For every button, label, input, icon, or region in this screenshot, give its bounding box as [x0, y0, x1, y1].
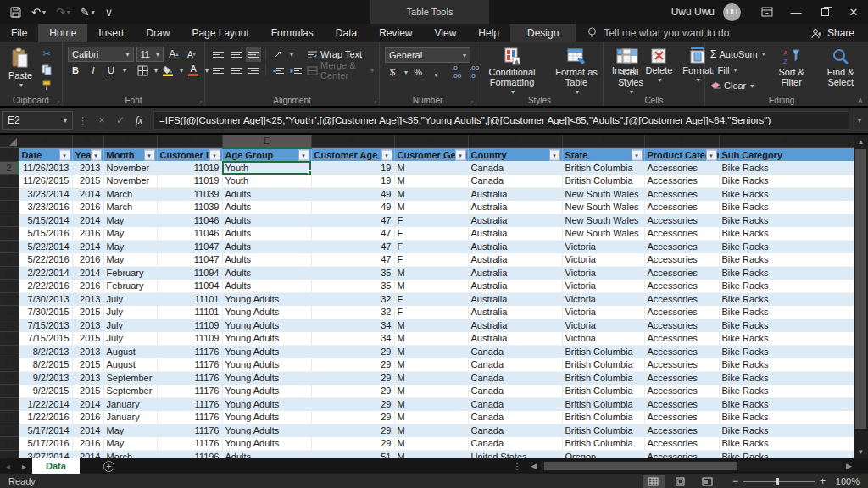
cell[interactable]: 5/15/2016	[19, 227, 72, 241]
selected-cell-e2[interactable]: Youth	[222, 161, 311, 175]
cell[interactable]: Canada	[468, 411, 562, 424]
cell[interactable]: 47	[311, 240, 394, 253]
fill-handle[interactable]	[308, 170, 312, 175]
cell[interactable]: Accessories	[644, 437, 719, 451]
tab-data[interactable]: Data	[325, 24, 368, 42]
column-header-h[interactable]: H	[468, 135, 562, 148]
scroll-down-icon[interactable]: ▼	[854, 445, 868, 458]
format-as-table-button[interactable]: Format as Table ▾	[544, 46, 609, 94]
cell[interactable]: 19	[311, 161, 394, 175]
cell[interactable]: Victoria	[562, 280, 644, 293]
cell[interactable]: 29	[311, 437, 394, 451]
cell[interactable]: M	[394, 411, 468, 424]
expand-formula-bar-icon[interactable]: ▾	[851, 116, 868, 125]
cell[interactable]: Accessories	[644, 253, 719, 267]
cell[interactable]: 51	[311, 450, 394, 458]
filter-dropdown-icon[interactable]: ▾	[59, 149, 70, 160]
decrease-indent-icon[interactable]: ◂	[270, 63, 286, 78]
clipboard-dialog-launcher-icon[interactable]: ⌟	[56, 97, 59, 104]
cell[interactable]: Bike Racks	[719, 319, 854, 332]
scroll-left-icon[interactable]: ◀	[526, 462, 541, 470]
cell[interactable]: 1/22/2014	[19, 397, 72, 411]
cell[interactable]: September	[103, 371, 157, 385]
cell[interactable]: 5/17/2014	[19, 424, 72, 437]
column-header-k[interactable]: K	[719, 135, 854, 148]
scrollbar-resize-handle[interactable]: ⋮	[508, 462, 526, 471]
cell[interactable]: Accessories	[644, 358, 719, 372]
cell[interactable]: Bike Racks	[719, 187, 854, 201]
cell[interactable]: 2014	[72, 424, 103, 437]
tab-file[interactable]: File	[0, 24, 38, 42]
cell[interactable]: Bike Racks	[719, 253, 854, 267]
tell-me-box[interactable]: Tell me what you want to do	[576, 24, 729, 42]
fill-button[interactable]: ↓ Fill ▾	[710, 64, 765, 77]
cell[interactable]: 2015	[72, 175, 103, 188]
cell[interactable]: F	[394, 292, 468, 306]
cell[interactable]: 49	[311, 187, 394, 201]
wrap-text-button[interactable]: Wrap Text	[307, 47, 374, 61]
cell[interactable]: Accessories	[644, 175, 719, 188]
row-header-1[interactable]: 1	[0, 148, 19, 162]
borders-icon[interactable]	[135, 63, 150, 78]
cell[interactable]: Bike Racks	[719, 345, 854, 358]
cell[interactable]: 49	[311, 201, 394, 214]
borders-dropdown-icon[interactable]: ▾	[154, 67, 158, 75]
cell[interactable]: 29	[311, 385, 394, 398]
cell[interactable]: August	[103, 345, 157, 358]
filter-dropdown-icon[interactable]: ▾	[455, 149, 466, 160]
cell[interactable]: Canada	[468, 385, 562, 398]
ribbon-display-options-icon[interactable]	[753, 0, 782, 24]
font-dialog-launcher-icon[interactable]: ⌟	[198, 97, 202, 104]
sheet-tab-data[interactable]: Data	[32, 458, 80, 474]
cell[interactable]: British Columbia	[562, 371, 644, 385]
cell[interactable]: Accessories	[644, 161, 719, 175]
cell[interactable]: M	[394, 332, 468, 346]
cell[interactable]: 11176	[157, 371, 222, 385]
column-header-c[interactable]: C	[103, 135, 157, 148]
cell[interactable]: Bike Racks	[719, 371, 854, 385]
cell[interactable]: 11039	[157, 187, 222, 201]
filter-dropdown-icon[interactable]: ▾	[549, 149, 560, 160]
row-header-6[interactable]: 6	[0, 214, 19, 227]
cell[interactable]: F	[394, 227, 468, 241]
cell[interactable]: Canada	[468, 437, 562, 451]
normal-view-icon[interactable]	[643, 475, 665, 488]
tab-draw[interactable]: Draw	[135, 24, 181, 42]
cell[interactable]: Accessories	[644, 345, 719, 358]
cell[interactable]: M	[394, 201, 468, 214]
row-header-2[interactable]: 2	[0, 161, 19, 175]
autosum-button[interactable]: Σ AutoSum ▾	[710, 47, 765, 61]
cell[interactable]: February	[103, 266, 157, 280]
horizontal-scroll-thumb[interactable]	[544, 462, 737, 470]
cell[interactable]: Accessories	[644, 214, 719, 227]
cell[interactable]: Young Adults	[222, 319, 311, 332]
cell[interactable]: Adults	[222, 187, 311, 201]
cell[interactable]: 2015	[72, 306, 103, 319]
row-header-5[interactable]: 5	[0, 201, 19, 214]
cell[interactable]: British Columbia	[562, 437, 644, 451]
scroll-up-icon[interactable]: ▲	[854, 135, 868, 148]
cell[interactable]: 2016	[72, 253, 103, 267]
column-header-f[interactable]: F	[311, 135, 394, 148]
cell[interactable]: Accessories	[644, 319, 719, 332]
cell[interactable]: Australia	[468, 319, 562, 332]
row-header-19[interactable]: 19	[0, 385, 19, 398]
cell[interactable]: 1/22/2016	[19, 411, 72, 424]
insert-function-icon[interactable]: fx	[130, 114, 148, 127]
cell[interactable]: New South Wales	[562, 214, 644, 227]
cell[interactable]: 2/22/2016	[19, 280, 72, 293]
horizontal-scrollbar[interactable]: ◀ ▶	[526, 458, 856, 474]
cell[interactable]: Bike Racks	[719, 214, 854, 227]
row-header-23[interactable]: 23	[0, 437, 19, 451]
font-color-icon[interactable]: A	[186, 63, 201, 78]
row-header-4[interactable]: 4	[0, 187, 19, 201]
column-header-j[interactable]: J	[644, 135, 719, 148]
format-painter-icon[interactable]	[39, 79, 54, 92]
filter-dropdown-icon[interactable]: ▾	[91, 149, 102, 160]
horizontal-scroll-track[interactable]	[541, 461, 842, 471]
cell[interactable]: Bike Racks	[719, 280, 854, 293]
cell[interactable]: M	[394, 358, 468, 372]
cell[interactable]: 11176	[157, 437, 222, 451]
cell[interactable]: May	[103, 253, 157, 267]
cell[interactable]: Bike Racks	[719, 358, 854, 372]
